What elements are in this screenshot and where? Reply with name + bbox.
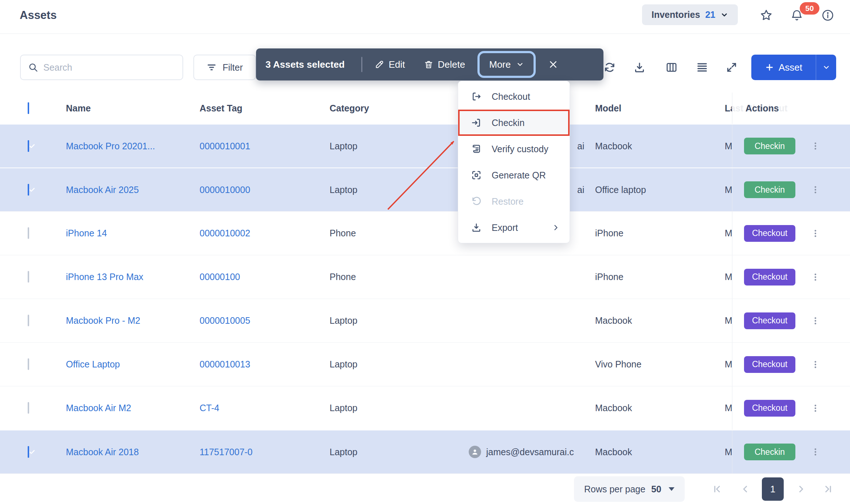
asset-tag-link[interactable]: 0000010005 [200, 315, 250, 326]
select-all-checkbox[interactable] [28, 102, 29, 114]
row-menu-icon[interactable] [811, 229, 820, 238]
row-menu-icon[interactable] [811, 360, 820, 369]
menu-item-verify-custody[interactable]: Verify custody [458, 136, 570, 162]
delete-label: Delete [438, 59, 465, 70]
search-input[interactable] [43, 62, 175, 73]
star-icon[interactable] [759, 8, 774, 23]
plus-icon [765, 63, 774, 72]
asset-name-link[interactable]: iPhone 13 Pro Max [66, 272, 143, 282]
category-cell: Laptop [330, 141, 463, 151]
asset-tag-link[interactable]: CT-4 [200, 403, 219, 413]
menu-item-checkin[interactable]: Checkin [458, 110, 570, 136]
asset-tag-link[interactable]: 00000100 [200, 272, 240, 282]
row-checkbox[interactable] [28, 227, 29, 239]
model-cell: Macbook [595, 403, 725, 413]
row-checkbox[interactable] [28, 358, 29, 370]
column-header-name[interactable]: Name [47, 103, 200, 114]
add-asset-button[interactable]: Asset [751, 55, 836, 80]
checkout-button[interactable]: Checkout [744, 269, 795, 286]
row-menu-icon[interactable] [811, 185, 820, 194]
delete-button[interactable]: Delete [424, 59, 465, 70]
checkout-button[interactable]: Checkout [744, 312, 795, 329]
more-button[interactable]: More [480, 53, 533, 76]
table-row[interactable]: Macbook Air 2025 0000010000 Laptop ai Of… [0, 168, 850, 211]
checkout-button[interactable]: Checkout [744, 400, 795, 417]
refresh-icon[interactable] [602, 59, 618, 75]
asset-name-link[interactable]: Macbook Air 2025 [66, 185, 139, 195]
next-page-button[interactable] [793, 478, 809, 500]
asset-tag-link[interactable]: 117517007-0 [200, 447, 253, 457]
checkout-button[interactable]: Checkout [744, 225, 795, 242]
prev-page-button[interactable] [737, 478, 753, 500]
row-checkbox[interactable] [28, 140, 29, 152]
table-row[interactable]: Office Laptop 0000010013 Laptop Vivo Pho… [0, 342, 850, 386]
model-cell: Macbook [595, 315, 725, 326]
asset-name-link[interactable]: iPhone 14 [66, 228, 107, 238]
last-checkout-cell: M [725, 403, 732, 413]
row-menu-icon[interactable] [811, 316, 820, 326]
row-menu-icon[interactable] [811, 141, 820, 151]
row-density-icon[interactable] [694, 59, 710, 75]
row-menu-icon[interactable] [811, 403, 820, 413]
column-header-model[interactable]: Model [595, 103, 725, 114]
column-header-asset-tag[interactable]: Asset Tag [200, 103, 330, 114]
row-checkbox[interactable] [28, 446, 29, 458]
table-row[interactable]: Macbook Air 2018 117517007-0 Laptop jame… [0, 430, 850, 473]
asset-name-link[interactable]: Macbook Pro 20201... [66, 141, 155, 151]
inventories-dropdown[interactable]: Inventories 21 [642, 4, 738, 25]
current-page-button[interactable]: 1 [762, 477, 784, 501]
asset-dropdown-toggle[interactable] [816, 55, 836, 80]
close-selection-icon[interactable] [546, 57, 560, 72]
export-icon [471, 222, 482, 233]
menu-item-checkout[interactable]: Checkout [458, 83, 570, 110]
asset-name-link[interactable]: Office Laptop [66, 359, 120, 369]
filter-label: Filter [223, 62, 243, 73]
column-header-category[interactable]: Category [330, 103, 463, 114]
pagination-bar: Rows per page 50 1 [0, 473, 850, 504]
table-row[interactable]: iPhone 14 0000010002 Phone iPhone M Chec… [0, 211, 850, 255]
expand-icon[interactable] [724, 59, 740, 75]
model-cell: iPhone [595, 228, 725, 239]
checkin-button[interactable]: Checkin [744, 181, 795, 198]
table-row[interactable]: Macbook Air M2 CT-4 Laptop Macbook M Che… [0, 386, 850, 430]
checkin-button[interactable]: Checkin [744, 444, 795, 460]
rows-per-page-select[interactable]: Rows per page 50 [574, 476, 685, 502]
checkin-button[interactable]: Checkin [744, 138, 795, 154]
checkout-button[interactable]: Checkout [744, 356, 795, 373]
asset-tag-link[interactable]: 0000010001 [200, 141, 250, 151]
row-menu-icon[interactable] [811, 272, 820, 282]
filter-button[interactable]: Filter [193, 55, 256, 80]
category-cell: Laptop [330, 315, 463, 326]
download-icon[interactable] [631, 59, 648, 75]
last-checkout-cell: M [725, 447, 732, 457]
search-icon [28, 62, 38, 72]
table-row[interactable]: Macbook Pro - M2 0000010005 Laptop Macbo… [0, 299, 850, 342]
menu-item-generate-qr[interactable]: Generate QR [458, 162, 570, 188]
columns-icon[interactable] [664, 59, 680, 75]
page-title: Assets [20, 9, 57, 22]
row-checkbox[interactable] [28, 184, 29, 196]
last-checkout-cell: M [725, 185, 732, 195]
asset-tag-link[interactable]: 0000010002 [200, 228, 250, 238]
chevron-right-icon [551, 223, 560, 232]
asset-name-link[interactable]: Macbook Air 2018 [66, 447, 139, 457]
row-menu-icon[interactable] [811, 447, 820, 457]
asset-name-link[interactable]: Macbook Pro - M2 [66, 315, 140, 326]
info-icon[interactable] [821, 8, 835, 23]
row-checkbox[interactable] [28, 315, 29, 326]
table-row[interactable]: Macbook Pro 20201... 0000010001 Laptop a… [0, 124, 850, 168]
edit-button[interactable]: Edit [375, 59, 405, 70]
menu-item-restore[interactable]: Restore [458, 188, 570, 214]
asset-tag-link[interactable]: 0000010013 [200, 359, 250, 369]
last-checkout-cell: M [725, 228, 732, 239]
first-page-button[interactable] [709, 478, 725, 500]
menu-item-export[interactable]: Export [458, 214, 570, 241]
row-checkbox[interactable] [28, 402, 29, 414]
menu-item-label: Checkin [492, 118, 524, 128]
last-page-button[interactable] [820, 478, 836, 500]
asset-tag-link[interactable]: 0000010000 [200, 185, 250, 195]
model-cell: Macbook [595, 141, 725, 151]
asset-name-link[interactable]: Macbook Air M2 [66, 403, 131, 413]
row-checkbox[interactable] [28, 271, 29, 283]
table-row[interactable]: iPhone 13 Pro Max 00000100 Phone iPhone … [0, 255, 850, 299]
